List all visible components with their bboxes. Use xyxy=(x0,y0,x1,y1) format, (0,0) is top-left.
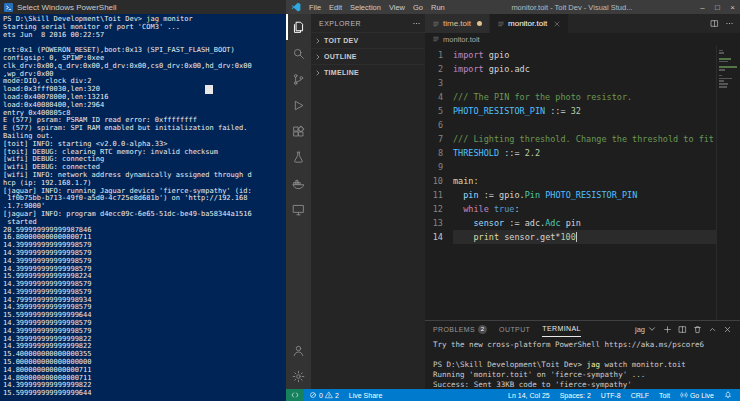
encoding[interactable]: UTF-8 xyxy=(596,389,626,401)
menu-selection[interactable]: Selection xyxy=(346,3,385,12)
account-icon xyxy=(292,344,305,357)
window-controls: –□× xyxy=(695,3,740,12)
window-maximize-button[interactable]: □ xyxy=(710,3,725,12)
editor-actions xyxy=(704,14,740,33)
file-icon xyxy=(432,35,440,43)
tab-label: monitor.toit xyxy=(508,19,547,28)
tab-monitor.toit[interactable]: monitor.toit xyxy=(490,14,569,33)
panel-tab-output[interactable]: OUTPUT xyxy=(499,321,530,337)
code-line xyxy=(453,76,716,90)
minimap[interactable] xyxy=(716,45,740,320)
activity-remote-explorer[interactable] xyxy=(286,196,311,222)
chevron-down-icon xyxy=(647,324,657,334)
activity-docker[interactable] xyxy=(286,170,311,196)
extensions-icon xyxy=(292,125,305,138)
powershell-icon xyxy=(4,3,13,12)
more-button[interactable] xyxy=(412,19,421,28)
code-line: /// Lighting threshold. Change the thres… xyxy=(453,132,716,146)
powershell-window-title: Select Windows PowerShell xyxy=(17,3,117,12)
menu-edit[interactable]: Edit xyxy=(325,3,346,12)
screen: Select Windows PowerShell PS D:\Skill De… xyxy=(0,0,740,401)
file-icon xyxy=(497,20,505,28)
problems[interactable]: 02 xyxy=(304,389,344,401)
activity-explorer[interactable] xyxy=(286,14,311,40)
close-button[interactable] xyxy=(723,325,732,334)
menu-go[interactable]: Go xyxy=(409,3,427,12)
code-line: while true: xyxy=(453,202,716,216)
activity-source-control[interactable] xyxy=(286,66,311,92)
panel-header: PROBLEMS2OUTPUTTERMINAL jag xyxy=(425,321,740,337)
panel-tab-terminal[interactable]: TERMINAL xyxy=(542,321,581,337)
status-bar: 02Live Share Ln 14, Col 25Spaces: 2UTF-8… xyxy=(286,389,740,401)
split-editor-button[interactable] xyxy=(678,325,687,334)
code-line: print sensor.get*100 xyxy=(453,230,716,244)
line-number: 10 xyxy=(425,174,443,188)
tab-time.toit[interactable]: time.toit xyxy=(425,14,490,33)
breadcrumb[interactable]: monitor.toit xyxy=(425,33,740,45)
language-mode[interactable]: Toit xyxy=(654,389,675,401)
explorer-header: EXPLORER xyxy=(311,14,425,32)
modified-dot xyxy=(477,21,482,26)
line-number-gutter: 1234567891011121314 xyxy=(425,45,449,320)
section-timeline[interactable]: TIMELINE xyxy=(311,64,425,80)
split-editor-button[interactable] xyxy=(710,19,719,28)
activity-search[interactable] xyxy=(286,40,311,66)
remote-icon xyxy=(291,391,299,399)
menu-run[interactable]: Run xyxy=(427,3,449,12)
more-button[interactable] xyxy=(725,19,734,28)
activity-extensions[interactable] xyxy=(286,118,311,144)
line-number: 14 xyxy=(425,230,443,244)
minimap-bar xyxy=(719,86,727,88)
tab-label: time.toit xyxy=(443,19,471,28)
activity-settings[interactable] xyxy=(286,363,311,389)
minimap-bar xyxy=(719,75,722,77)
remote-indicator[interactable] xyxy=(286,389,304,401)
go-live[interactable]: Go Live xyxy=(675,389,719,401)
chevron-up-icon xyxy=(708,325,717,334)
code-line: import gpio.adc xyxy=(453,62,716,76)
terminal-output[interactable]: Try the new cross-platform PowerShell ht… xyxy=(425,337,740,389)
activity-account[interactable] xyxy=(286,337,311,363)
code-line: PHOTO_RESISTOR_PIN ::= 32 xyxy=(453,104,716,118)
trash-button[interactable] xyxy=(693,325,702,334)
explorer-actions xyxy=(412,19,421,28)
section-outline[interactable]: OUTLINE xyxy=(311,48,425,64)
bottom-panel: PROBLEMS2OUTPUTTERMINAL jag Try the new … xyxy=(425,320,740,389)
explorer-title: EXPLORER xyxy=(319,20,361,27)
menu-view[interactable]: View xyxy=(385,3,409,12)
live-share[interactable]: Live Share xyxy=(344,389,387,401)
run-and-debug-icon xyxy=(292,99,305,112)
console-line: ets Jun 8 2016 00:22:57 xyxy=(3,32,283,40)
eol[interactable]: CRLF xyxy=(626,389,654,401)
text-cursor xyxy=(576,232,577,242)
code-editor[interactable]: 1234567891011121314 import gpioimport gp… xyxy=(425,45,740,320)
code-line xyxy=(453,118,716,132)
section-label: TOIT DEV xyxy=(324,37,359,44)
terminal-line: PS D:\Skill Development\Toit Dev> jag wa… xyxy=(433,360,732,370)
bell-icon xyxy=(724,391,732,399)
close-icon[interactable] xyxy=(553,20,561,28)
window-close-button[interactable]: × xyxy=(725,3,740,12)
line-number: 4 xyxy=(425,90,443,104)
window-minimize-button[interactable]: – xyxy=(695,3,710,12)
panel-tab-problems[interactable]: PROBLEMS2 xyxy=(433,321,487,337)
menu-file[interactable]: File xyxy=(305,3,325,12)
chevron-right-icon xyxy=(314,53,322,61)
panel-actions: jag xyxy=(635,324,732,334)
activity-testing[interactable] xyxy=(286,144,311,170)
chevron-up-button[interactable] xyxy=(708,325,717,334)
indentation[interactable]: Spaces: 2 xyxy=(555,389,596,401)
minimap-bar xyxy=(719,66,737,68)
section-toit-dev[interactable]: TOIT DEV xyxy=(311,32,425,48)
cursor-position[interactable]: Ln 14, Col 25 xyxy=(503,389,555,401)
settings-icon xyxy=(292,370,305,383)
line-number: 6 xyxy=(425,118,443,132)
terminal-shell-dropdown[interactable]: jag xyxy=(635,324,657,334)
console-lines: PS D:\Skill Development\Toit Dev> jag mo… xyxy=(3,16,283,398)
add-button[interactable] xyxy=(663,325,672,334)
powershell-console-output[interactable]: PS D:\Skill Development\Toit Dev> jag mo… xyxy=(0,14,286,401)
activity-run-and-debug[interactable] xyxy=(286,92,311,118)
powershell-titlebar[interactable]: Select Windows PowerShell xyxy=(0,0,286,14)
minimap-bar xyxy=(719,83,728,85)
notifications[interactable] xyxy=(719,389,737,401)
